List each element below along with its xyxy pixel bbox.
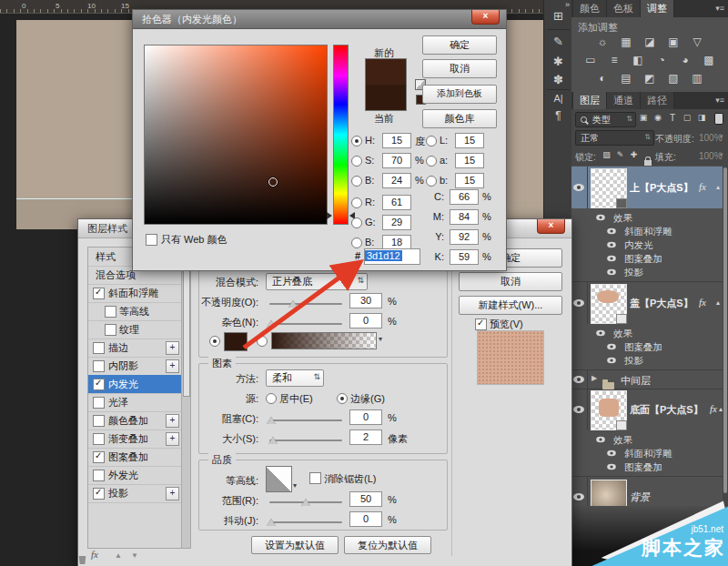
style-item-inner-glow[interactable]: 内发光 <box>88 375 190 394</box>
noise-field[interactable]: 0 <box>349 313 382 328</box>
add-instance-icon[interactable]: + <box>166 487 179 500</box>
m-field[interactable]: 84 <box>450 209 479 225</box>
visibility-cell[interactable] <box>571 167 588 208</box>
effect-drop-shadow[interactable]: 投影 <box>624 267 643 279</box>
color-lookup-icon[interactable]: ▩ <box>700 54 718 67</box>
slider-thumb[interactable] <box>301 499 310 506</box>
checkbox[interactable] <box>93 433 105 445</box>
blend-mode-dropdown[interactable]: 正常 <box>575 130 654 146</box>
hue-slider-left-arrow-icon[interactable] <box>327 212 332 219</box>
color-picker-titlebar[interactable]: 拾色器（内发光颜色） × <box>133 10 506 29</box>
checkbox[interactable] <box>105 306 116 318</box>
effect-bevel-emboss[interactable]: 斜面和浮雕 <box>624 226 672 238</box>
fx-badge[interactable]: fx <box>710 403 717 414</box>
panel-menu-icon[interactable]: ▾≡ <box>715 4 724 13</box>
move-down-icon[interactable]: ▼ <box>131 551 138 560</box>
lab-b-field[interactable]: 15 <box>455 173 484 188</box>
checkbox[interactable] <box>93 397 105 409</box>
close-icon[interactable]: × <box>471 10 500 25</box>
opacity-dropdown-arrow-icon[interactable]: ▾ <box>720 133 723 140</box>
checkbox[interactable] <box>93 470 105 481</box>
y-field[interactable]: 92 <box>450 229 479 245</box>
curves-icon[interactable]: ◪ <box>641 35 659 49</box>
range-field[interactable]: 50 <box>349 491 382 507</box>
effect-pattern-overlay[interactable]: 图案叠加 <box>624 461 662 474</box>
black-white-icon[interactable]: ◧ <box>629 54 647 67</box>
effects-header[interactable]: 效果 <box>613 328 632 340</box>
character-panel-icon[interactable]: A| <box>544 93 572 104</box>
effects-header[interactable]: 效果 <box>613 212 632 225</box>
eye-icon[interactable] <box>607 464 616 470</box>
new-style-button[interactable]: 新建样式(W)... <box>459 296 562 315</box>
vibrance-icon[interactable]: ▽ <box>688 35 706 49</box>
color-field-marker[interactable] <box>268 177 278 187</box>
choke-slider[interactable] <box>269 419 342 421</box>
lab-b-radio[interactable] <box>426 176 437 187</box>
effect-pattern-overlay[interactable]: 图案叠加 <box>624 341 662 354</box>
layer-row-top[interactable]: 上【P大点S】 fx ▴ <box>571 167 723 208</box>
collapse-fx-icon[interactable]: ▴ <box>716 183 720 191</box>
layer-group-middle[interactable]: ▶ 中间层 <box>571 369 723 389</box>
preview-checkbox[interactable] <box>475 318 487 330</box>
layer-thumbnail[interactable] <box>591 284 627 324</box>
style-item-gradient-overlay[interactable]: 渐变叠加+ <box>88 430 190 449</box>
a-radio[interactable] <box>426 156 437 167</box>
slider-thumb[interactable] <box>267 320 276 328</box>
b-field[interactable]: 24 <box>382 173 411 188</box>
exposure-icon[interactable]: ▣ <box>664 35 682 49</box>
effect-drop-shadow[interactable]: 投影 <box>624 355 643 368</box>
brush-presets-panel-icon[interactable]: ✱ <box>544 55 572 68</box>
eye-icon[interactable] <box>573 184 584 191</box>
eye-icon[interactable] <box>596 330 605 336</box>
filter-pixel-layers-icon[interactable]: ▣ <box>637 111 650 125</box>
jitter-field[interactable]: 0 <box>349 511 382 527</box>
cancel-button[interactable]: 取消 <box>459 272 562 291</box>
invert-icon[interactable]: ◐ <box>593 72 612 86</box>
checkbox[interactable] <box>93 451 105 463</box>
eye-icon[interactable] <box>607 450 616 456</box>
panel-menu-icon[interactable]: ▾≡ <box>715 96 724 105</box>
eye-icon[interactable] <box>573 406 584 413</box>
tab-color[interactable]: 颜色 <box>573 0 607 17</box>
glow-gradient-swatch[interactable] <box>271 332 377 349</box>
opacity-slider[interactable] <box>269 303 342 305</box>
clone-source-panel-icon[interactable]: ⊞ <box>544 9 572 23</box>
checkbox[interactable] <box>93 488 105 500</box>
k-field[interactable]: 59 <box>450 249 479 265</box>
size-slider[interactable] <box>269 440 342 441</box>
checkbox[interactable] <box>93 288 105 299</box>
cancel-button[interactable]: 取消 <box>422 59 497 78</box>
collapse-panels-icon[interactable]: » <box>565 0 570 9</box>
selective-color-icon[interactable]: ▧ <box>664 72 682 86</box>
style-item-color-overlay[interactable]: 颜色叠加+ <box>88 411 190 430</box>
paragraph-panel-icon[interactable]: ¶ <box>544 109 572 122</box>
fx-icon[interactable]: fx <box>91 549 98 560</box>
color-libraries-button[interactable]: 颜色库 <box>422 109 497 128</box>
filter-shape-layers-icon[interactable]: ▢ <box>681 111 693 125</box>
antialias-checkbox[interactable] <box>309 472 321 484</box>
checkbox[interactable] <box>93 360 105 372</box>
photo-filter-icon[interactable]: ◔ <box>652 54 671 67</box>
opacity-value[interactable]: 100% <box>699 133 723 143</box>
visibility-cell[interactable] <box>571 370 588 389</box>
tab-paths[interactable]: 路径 <box>641 92 674 109</box>
style-item-contour[interactable]: 等高线 <box>88 302 190 321</box>
posterize-icon[interactable]: ▤ <box>617 72 635 86</box>
style-item-drop-shadow[interactable]: 投影+ <box>88 484 190 503</box>
r-radio[interactable] <box>351 197 362 208</box>
add-instance-icon[interactable]: + <box>166 414 179 428</box>
style-item-inner-shadow[interactable]: 内阴影+ <box>88 357 190 376</box>
layer-filter-toggle[interactable] <box>714 113 723 125</box>
contour-picker[interactable] <box>266 466 292 492</box>
tab-channels[interactable]: 通道 <box>607 92 641 109</box>
layer-name[interactable]: 盖【P大点S】 <box>630 297 693 310</box>
fx-badge[interactable]: fx <box>699 181 706 192</box>
tab-layers[interactable]: 图层 <box>573 92 607 109</box>
gradient-map-icon[interactable]: ▥ <box>688 72 706 86</box>
color-field[interactable] <box>144 45 328 225</box>
tool-presets-panel-icon[interactable]: ✽ <box>544 73 572 86</box>
filter-smart-objects-icon[interactable]: ◨ <box>695 111 708 125</box>
h-radio[interactable] <box>351 136 362 147</box>
l-radio[interactable] <box>426 136 437 147</box>
style-item-stroke[interactable]: 描边+ <box>88 339 190 358</box>
